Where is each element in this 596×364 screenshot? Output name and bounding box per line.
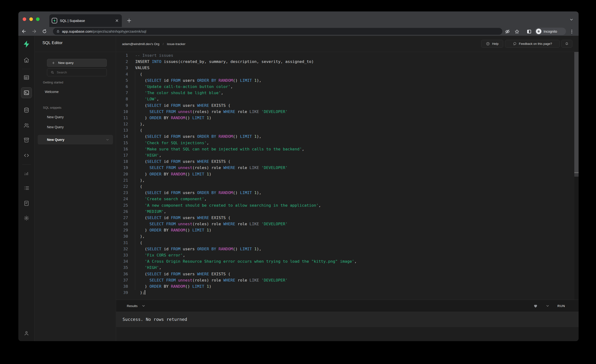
feedback-button[interactable]: Feedback on this page?	[505, 40, 560, 48]
snippet-search[interactable]	[47, 68, 107, 76]
code-line[interactable]: 21 ),	[116, 177, 579, 184]
code-line[interactable]: 34 'A Cross Origin Resource Sharing erro…	[116, 258, 579, 265]
browser-tabstrip: SQL | Supabase	[18, 11, 579, 27]
new-query-button[interactable]: New query	[47, 59, 107, 67]
reports-icon[interactable]	[18, 168, 35, 178]
table-editor-icon[interactable]	[18, 72, 35, 83]
tab-close-icon[interactable]	[115, 19, 119, 23]
desktop-background: SQL | Supabase app.supabase.com/project/…	[0, 0, 596, 364]
code-line[interactable]: 10 SELECT FROM unnest(roles) role WHERE …	[116, 109, 579, 115]
code-line[interactable]: 14 (SELECT id FROM users ORDER BY RANDOM…	[116, 134, 579, 140]
tab-search-chevron-icon[interactable]	[570, 18, 573, 22]
code-line[interactable]: 37 SELECT FROM unnest(roles) role WHERE …	[116, 277, 579, 283]
code-line[interactable]: 32 (SELECT id FROM users ORDER BY RANDOM…	[116, 246, 579, 252]
home-icon[interactable]	[18, 55, 35, 65]
scrollbar-thumb[interactable]	[574, 52, 579, 172]
sidebar-section-label: Getting started	[43, 81, 116, 84]
code-line[interactable]: 7 'The color should be light blue',	[116, 90, 579, 96]
code-line[interactable]: 4 (	[116, 71, 579, 77]
sql-editor-icon[interactable]	[21, 87, 32, 98]
code-line[interactable]: 27 (SELECT id FROM users WHERE EXISTS (	[116, 215, 579, 221]
code-line[interactable]: 22 (	[116, 184, 579, 190]
code-text: (SELECT id FROM users ORDER BY RANDOM() …	[128, 190, 261, 196]
sidebar-item-selected[interactable]: New Query	[38, 135, 113, 144]
eye-slash-icon[interactable]	[505, 29, 510, 34]
code-line[interactable]: 36 (SELECT id FROM users WHERE EXISTS (	[116, 271, 579, 277]
code-line[interactable]: 35 'HIGH',	[116, 265, 579, 271]
breadcrumb-org[interactable]: adam@windmill.dev's Org	[122, 42, 159, 46]
back-icon[interactable]	[21, 29, 27, 34]
line-number: 14	[116, 134, 128, 140]
code-line[interactable]: 13 (	[116, 127, 579, 134]
search-input[interactable]	[57, 71, 102, 74]
rail-divider	[22, 69, 31, 69]
code-line[interactable]: 33 'Fix CORS error',	[116, 252, 579, 258]
code-line[interactable]: 38 ) ORDER BY RANDOM() LIMIT 1)	[116, 283, 579, 290]
code-line[interactable]: 20 ) ORDER BY RANDOM() LIMIT 1)	[116, 171, 579, 177]
code-line[interactable]: 1-- Insert issues	[116, 52, 579, 59]
breadcrumb-project[interactable]: issue-tracker	[167, 42, 185, 46]
line-number: 25	[116, 202, 128, 208]
sql-code-editor[interactable]: 1-- Insert issues2INSERT INTO issues(cre…	[116, 52, 579, 300]
results-dropdown[interactable]: Results	[127, 300, 145, 312]
notifications-button[interactable]	[561, 40, 572, 48]
code-icon[interactable]	[18, 150, 35, 161]
run-button[interactable]: RUN	[557, 304, 565, 308]
docs-icon[interactable]	[18, 198, 35, 208]
code-line[interactable]: 31 (	[116, 240, 579, 246]
auth-icon[interactable]	[18, 120, 35, 131]
code-line[interactable]: 2INSERT INTO issues(created_by, summary,…	[116, 59, 579, 65]
browser-menu-icon[interactable]	[569, 29, 574, 34]
code-line[interactable]: 23 (SELECT id FROM users ORDER BY RANDOM…	[116, 190, 579, 196]
chevron-down-icon	[142, 304, 145, 307]
minimize-window-button[interactable]	[29, 17, 33, 21]
code-line[interactable]: 5 (SELECT id FROM users ORDER BY RANDOM(…	[116, 77, 579, 84]
code-line[interactable]: 16 'Make sure that SQL can not be inject…	[116, 146, 579, 152]
line-number: 30	[116, 233, 128, 240]
sidebar-item[interactable]: New Query	[35, 112, 116, 122]
run-options-chevron-icon[interactable]	[546, 304, 549, 307]
code-line[interactable]: 29 ) ORDER BY RANDOM() LIMIT 1)	[116, 227, 579, 233]
profile-icon[interactable]	[18, 328, 35, 339]
feedback-button-label: Feedback on this page?	[519, 42, 552, 45]
code-line[interactable]: 12 ),	[116, 121, 579, 127]
close-window-button[interactable]	[23, 17, 26, 21]
code-line[interactable]: 18 (SELECT id FROM users WHERE EXISTS (	[116, 158, 579, 165]
plus-icon	[52, 61, 55, 65]
address-bar[interactable]: app.supabase.com/project/azahtnhqohyjerz…	[53, 28, 502, 35]
code-line[interactable]: 6 'Update call-to-action button color',	[116, 84, 579, 90]
code-line[interactable]: 3VALUES	[116, 65, 579, 71]
side-panel-icon[interactable]	[526, 29, 532, 34]
code-line[interactable]: 15 'Check for SQL injections',	[116, 140, 579, 146]
sidebar-item[interactable]: Welcome	[35, 87, 116, 97]
code-line[interactable]: 8 'LOW',	[116, 96, 579, 102]
line-number: 4	[116, 71, 128, 77]
code-line[interactable]: 19 SELECT FROM unnest(roles) role WHERE …	[116, 165, 579, 171]
code-line[interactable]: 28 SELECT FROM unnest(roles) role WHERE …	[116, 221, 579, 227]
line-number: 26	[116, 208, 128, 215]
sidebar-item[interactable]: New Query	[35, 122, 116, 132]
code-line[interactable]: 25 'A new component should be created to…	[116, 202, 579, 208]
maximize-window-button[interactable]	[36, 17, 40, 21]
database-icon[interactable]	[18, 105, 35, 115]
bookmark-star-icon[interactable]	[514, 29, 520, 34]
reload-icon[interactable]	[42, 29, 47, 34]
browser-tab[interactable]: SQL | Supabase	[49, 14, 122, 27]
logs-icon[interactable]	[18, 183, 35, 193]
code-line[interactable]: 11 ) ORDER BY RANDOM() LIMIT 1)	[116, 115, 579, 121]
code-text: (	[128, 184, 142, 190]
editor-scrollbar[interactable]	[574, 52, 579, 300]
forward-icon[interactable]	[31, 29, 37, 34]
code-text: SELECT FROM unnest(roles) role WHERE rol…	[128, 277, 288, 283]
code-line[interactable]: 17 'HIGH',	[116, 152, 579, 158]
settings-icon[interactable]	[18, 213, 35, 223]
storage-icon[interactable]	[18, 135, 35, 145]
code-line[interactable]: 39 );	[116, 290, 579, 296]
help-button[interactable]: Help	[481, 40, 503, 48]
code-line[interactable]: 9 (SELECT id FROM users WHERE EXISTS (	[116, 103, 579, 109]
code-line[interactable]: 24 'Create search component',	[116, 196, 579, 202]
code-line[interactable]: 26 'MEDIUM',	[116, 208, 579, 215]
new-tab-icon[interactable]	[126, 18, 132, 24]
code-line[interactable]: 30 ),	[116, 233, 579, 240]
favorite-heart-icon[interactable]	[533, 304, 538, 308]
